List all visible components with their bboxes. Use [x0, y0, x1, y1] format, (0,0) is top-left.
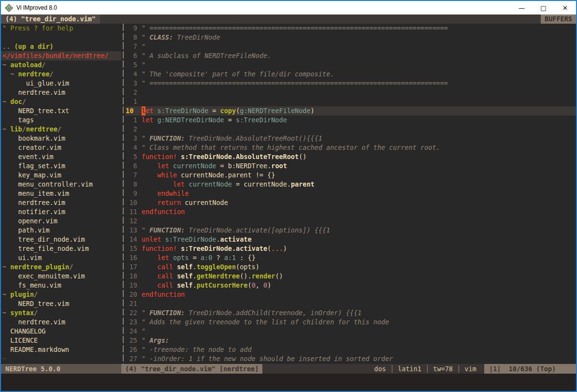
tree-file-nerdtree-vim[interactable]: nerdtree.vim [1, 88, 121, 97]
code-line[interactable]: 16 let opts = a:0 ? a:1 : {} [126, 253, 576, 262]
code-line[interactable]: 10let s:TreeDirNode = copy(g:NERDTreeFil… [126, 106, 576, 116]
code-line[interactable]: 17 call self.toggleOpen(opts) [126, 262, 576, 272]
maximize-button-icon[interactable]: □ [533, 1, 554, 15]
code-line[interactable]: 9" =====================================… [126, 24, 576, 33]
line-number: 13 [126, 226, 137, 235]
tree-dir-autoload-nerdtree[interactable]: ~ nerdtree/ [1, 70, 121, 79]
tree-file-creator[interactable]: creator.vim [1, 143, 121, 152]
tree-blank-line[interactable] [1, 33, 121, 42]
code-line[interactable]: 9 endwhile [126, 189, 576, 198]
token-i: opts [173, 253, 189, 262]
command-line[interactable] [1, 374, 576, 391]
token-t: = currentNode. [232, 180, 291, 189]
code-line[interactable]: 8 let currentNode = currentNode.parent [126, 180, 576, 189]
minimize-button-icon[interactable]: — [511, 1, 533, 15]
code-line[interactable]: 6 let currentNode = b:NERDTree.root [126, 161, 576, 171]
token-t [153, 106, 157, 116]
code-line[interactable]: 11endfunction [126, 207, 576, 217]
line-number: 6 [126, 161, 137, 171]
tree-file-nerd-tree-vim[interactable]: NERD_tree.vim [1, 299, 121, 308]
code-line[interactable]: 4" The 'composite' part of the file/dir … [126, 70, 576, 79]
token-c: " ======================================… [142, 79, 448, 88]
code-line[interactable]: 18 call self.getNerdtree().render() [126, 272, 576, 281]
tree-file-nerd-tree-txt[interactable]: NERD_tree.txt [1, 106, 121, 116]
code-line[interactable]: 5" [126, 60, 576, 70]
code-line[interactable]: 3" =====================================… [126, 79, 576, 88]
gutter-gap [137, 244, 142, 253]
tree-file-menu-item[interactable]: menu_item.vim [1, 189, 121, 198]
tree-up-a-dir[interactable]: .. (up a dir) [1, 42, 121, 51]
code-line[interactable]: 12 [126, 217, 576, 226]
line-number: 10 [126, 106, 137, 116]
tree-file-tree-file-node[interactable]: tree_file_node.vim [1, 244, 121, 253]
tree-file-exec-menuitem[interactable]: exec_menuitem.vim [1, 272, 121, 281]
tree-file-ui[interactable]: ui.vim [1, 253, 121, 262]
code-line[interactable]: 2 [126, 125, 576, 134]
code-line[interactable]: 1let g:NERDTreeDirNode = s:TreeDirNode [126, 116, 576, 125]
token-b: activate [220, 235, 252, 244]
tree-dir-plugin[interactable]: ~ plugin/ [1, 290, 121, 299]
gutter-gap [137, 253, 142, 262]
code-line[interactable]: 5function! s:TreeDirNode.AbsoluteTreeRoo… [126, 152, 576, 161]
code-line[interactable]: 1 [126, 97, 576, 106]
code-line[interactable]: 13" FUNCTION: TreeDirNode.activate([opti… [126, 226, 576, 235]
code-line[interactable]: 22" FUNCTION: TreeDirNode.addChild(treen… [126, 308, 576, 318]
token-file: nerdtree.vim [2, 88, 65, 96]
tree-file-licence[interactable]: LICENCE [1, 336, 121, 345]
tree-file-opener[interactable]: opener.vim [1, 217, 121, 226]
token-c: TreeDirNode.AbsoluteTreeRoot(){{{1 [185, 134, 322, 143]
code-line[interactable]: 10 return currentNode [126, 198, 576, 207]
token-k: let [142, 116, 153, 125]
tree-file-tags[interactable]: tags [1, 116, 121, 125]
tree-file-nerdtree-vim2[interactable]: nerdtree.vim [1, 198, 121, 207]
code-line[interactable]: 2 [126, 88, 576, 97]
code-line[interactable]: 19 call self.putCursorHere(0, 0) [126, 281, 576, 290]
tree-file-readme[interactable]: README.markdown [1, 345, 121, 354]
code-line[interactable]: 25" Args: [126, 336, 576, 345]
code-line[interactable]: 6" A subclass of NERDTreeFileNode. [126, 51, 576, 60]
tree-dir-autoload[interactable]: ~ autoload/ [1, 60, 121, 70]
titlebar[interactable]: Vi IMproved 8.0 — □ ✕ [1, 1, 576, 15]
close-button-icon[interactable]: ✕ [554, 1, 576, 15]
tree-file-changelog[interactable]: CHANGELOG [1, 327, 121, 336]
code-line[interactable]: 23" Adds the given treenode to the list … [126, 318, 576, 327]
window-split-separator[interactable] [121, 24, 126, 364]
token-i: g:NERDTreeFileNode [240, 106, 310, 116]
code-line[interactable]: 4" Class method that returns the highest… [126, 143, 576, 152]
code-line[interactable]: 26" -treenode: the node to add [126, 345, 576, 354]
gutter-gap [137, 290, 142, 299]
code-line[interactable]: 24" [126, 327, 576, 336]
tree-dir-doc[interactable]: ~ doc/ [1, 97, 121, 106]
code-line[interactable]: 7" [126, 42, 576, 51]
tree-help-line[interactable]: " Press ? for help [1, 24, 121, 33]
tree-file-fs-menu[interactable]: fs_menu.vim [1, 281, 121, 290]
tree-file-bookmark[interactable]: bookmark.vim [1, 134, 121, 143]
tree-file-ui-glue[interactable]: ui_glue.vim [1, 79, 121, 88]
code-line[interactable]: 15function! s:TreeDirNode.activate(...) [126, 244, 576, 253]
tree-file-tree-dir-node[interactable]: tree_dir_node.vim [1, 235, 121, 244]
tree-root-path[interactable]: </vimfiles/bundle/nerdtree/ [1, 51, 121, 60]
gutter-gap [137, 198, 142, 207]
tree-file-event[interactable]: event.vim [1, 152, 121, 161]
tree-dir-syntax[interactable]: ~ syntax/ [1, 308, 121, 318]
tree-file-key-map[interactable]: key_map.vim [1, 171, 121, 180]
tree-file-path[interactable]: path.vim [1, 226, 121, 235]
gutter-gap [137, 262, 142, 272]
tree-file-flag-set[interactable]: flag_set.vim [1, 161, 121, 171]
code-line[interactable]: 3" FUNCTION: TreeDirNode.AbsoluteTreeRoo… [126, 134, 576, 143]
tree-dir-lib-nerdtree[interactable]: ~ lib/nerdtree/ [1, 125, 121, 134]
tree-file-notifier[interactable]: notifier.vim [1, 207, 121, 217]
code-line[interactable]: 20endfunction [126, 290, 576, 299]
tree-dir-nerdtree-plugin[interactable]: ~ nerdtree_plugin/ [1, 262, 121, 272]
code-line[interactable]: 21 [126, 299, 576, 308]
tree-file-menu-controller[interactable]: menu_controller.vim [1, 180, 121, 189]
empty-buffer-line[interactable]: ~ [1, 354, 121, 363]
code-line[interactable]: 27" -inOrder: 1 if the new node should b… [126, 354, 576, 363]
code-line[interactable]: 7 while currentNode.parent != {} [126, 171, 576, 180]
tab-tree-dir-node[interactable]: (4) "tree_dir_node.vim" [1, 15, 100, 24]
code-line[interactable]: 14unlet s:TreeDirNode.activate [126, 235, 576, 244]
code-line[interactable]: 8" CLASS: TreeDirNode [126, 33, 576, 42]
tree-file-nerdtree-vim3[interactable]: nerdtree.vim [1, 318, 121, 327]
token-k: et [145, 106, 153, 116]
token-i: s:TreeDirNode [165, 235, 216, 244]
